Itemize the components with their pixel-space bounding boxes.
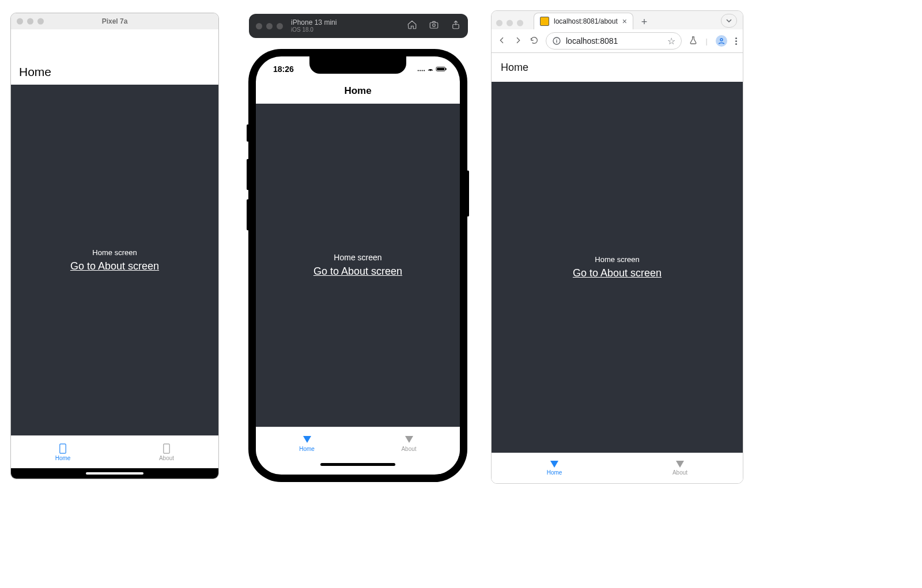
web-page-title: Home	[492, 53, 743, 82]
ios-device-screen: 18:26 Home Home screen	[256, 56, 460, 475]
android-body-subtitle: Home screen	[92, 248, 137, 257]
ios-sim-os-version: iOS 18.0	[291, 26, 337, 33]
site-info-icon[interactable]	[552, 36, 561, 45]
web-tab-home[interactable]: Home	[492, 453, 617, 483]
bookmark-star-icon[interactable]: ☆	[667, 36, 675, 47]
mac-traffic-lights[interactable]	[496, 20, 523, 26]
android-page-title: Home	[11, 29, 218, 85]
svg-point-3	[433, 24, 436, 27]
svg-rect-2	[430, 22, 438, 28]
web-body-subtitle: Home screen	[595, 255, 639, 264]
android-device-screen: Home Home screen Go to About screen Home…	[11, 29, 218, 479]
home-button-icon[interactable]	[407, 20, 417, 32]
ios-tab-home[interactable]: Home	[256, 427, 358, 461]
screenshot-icon[interactable]	[429, 20, 439, 32]
close-dot-icon[interactable]	[496, 20, 502, 26]
reload-icon[interactable]	[530, 36, 539, 47]
tab-overflow-button[interactable]	[721, 14, 737, 28]
svg-point-9	[430, 70, 431, 71]
android-content-area: Home screen Go to About screen	[11, 85, 218, 435]
omnibox-url: localhost:8081	[566, 36, 618, 45]
tab-icon	[163, 443, 170, 454]
web-content-area: Home screen Go to About screen	[492, 82, 743, 453]
ios-sim-toolbar: iPhone 13 mini iOS 18.0	[249, 14, 468, 38]
svg-point-7	[422, 70, 423, 71]
zoom-dot-icon[interactable]	[37, 18, 44, 25]
tab-label: Home	[299, 446, 315, 452]
triangle-down-icon	[303, 436, 311, 444]
minimize-dot-icon[interactable]	[266, 23, 273, 29]
triangle-down-icon	[550, 461, 558, 468]
svg-point-6	[420, 70, 421, 71]
chrome-tab-title: localhost:8081/about	[554, 17, 618, 25]
svg-point-5	[418, 70, 419, 71]
android-tab-home[interactable]: Home	[11, 436, 115, 468]
close-icon[interactable]: ×	[622, 17, 627, 26]
share-icon[interactable]	[451, 20, 461, 32]
chrome-tab-strip: localhost:8081/about × +	[492, 11, 743, 29]
chrome-window: localhost:8081/about × + localhost:8081 …	[491, 10, 743, 484]
svg-rect-11	[437, 68, 444, 70]
labs-icon[interactable]	[689, 36, 698, 47]
ios-sim-device-name: iPhone 13 mini	[291, 19, 337, 26]
chrome-toolbar: localhost:8081 ☆ |	[492, 29, 743, 53]
svg-point-16	[720, 39, 723, 41]
zoom-dot-icon[interactable]	[517, 20, 523, 26]
ios-body-subtitle: Home screen	[334, 253, 381, 262]
ios-tab-about[interactable]: About	[358, 427, 460, 461]
profile-avatar-icon[interactable]	[716, 35, 727, 47]
tab-label: About	[159, 455, 174, 461]
forward-icon[interactable]	[513, 36, 523, 47]
ios-status-time: 18:26	[273, 65, 294, 74]
svg-point-8	[424, 70, 425, 71]
android-emulator-window: Pixel 7a Home Home screen Go to About sc…	[10, 13, 219, 479]
chrome-tab[interactable]: localhost:8081/about ×	[534, 13, 633, 29]
ios-tab-bar: Home About	[256, 427, 460, 461]
mac-traffic-lights[interactable]	[17, 18, 44, 25]
tab-label: About	[401, 446, 416, 452]
minimize-dot-icon[interactable]	[27, 18, 33, 25]
tab-label: Home	[55, 455, 71, 461]
android-tab-bar: Home About	[11, 435, 218, 468]
kebab-menu-icon[interactable]	[735, 37, 737, 45]
ios-about-link[interactable]: Go to About screen	[313, 265, 402, 278]
triangle-down-icon	[676, 461, 684, 468]
ios-home-indicator[interactable]	[256, 461, 460, 475]
ios-status-icons	[417, 65, 447, 74]
new-tab-button[interactable]: +	[637, 14, 652, 29]
favicon-icon	[540, 17, 549, 26]
tab-label: About	[672, 469, 687, 476]
triangle-down-icon	[405, 436, 413, 444]
close-dot-icon[interactable]	[256, 23, 262, 29]
ios-page-title: Home	[256, 82, 460, 104]
iphone-notch	[309, 56, 406, 74]
web-about-link[interactable]: Go to About screen	[573, 267, 662, 279]
svg-rect-0	[60, 443, 66, 453]
close-dot-icon[interactable]	[17, 18, 23, 25]
omnibox[interactable]: localhost:8081 ☆	[546, 32, 682, 50]
zoom-dot-icon[interactable]	[277, 23, 283, 29]
iphone-device-frame: 18:26 Home Home screen	[249, 50, 467, 481]
tab-icon	[59, 443, 66, 454]
back-icon[interactable]	[497, 36, 507, 47]
ios-content-area: Home screen Go to About screen	[256, 104, 460, 427]
chrome-viewport: Home Home screen Go to About screen Home…	[492, 53, 743, 483]
android-gesture-bar[interactable]	[11, 468, 218, 479]
android-about-link[interactable]: Go to About screen	[70, 260, 159, 272]
web-tab-bar: Home About	[492, 453, 743, 483]
tab-label: Home	[547, 469, 562, 476]
minimize-dot-icon[interactable]	[507, 20, 513, 26]
svg-rect-12	[445, 68, 447, 70]
android-window-titlebar: Pixel 7a	[11, 13, 218, 29]
mac-traffic-lights[interactable]	[256, 23, 283, 29]
web-tab-about[interactable]: About	[617, 453, 743, 483]
svg-rect-1	[164, 443, 169, 453]
android-tab-about[interactable]: About	[115, 436, 218, 468]
